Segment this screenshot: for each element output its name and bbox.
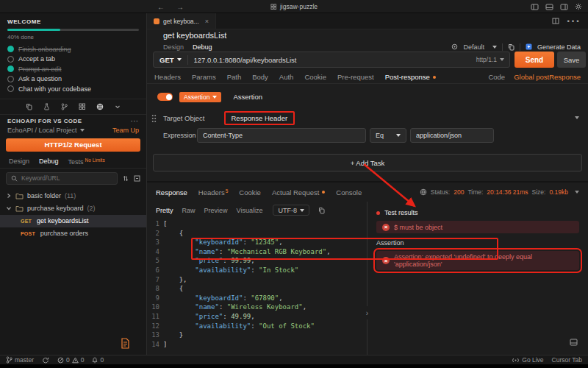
json-code: [ { "keyboardId": "12345", "name": "Mech… xyxy=(163,219,331,355)
view-tab-visualize[interactable]: Visualize xyxy=(237,207,263,214)
target-object-value[interactable]: Response Header xyxy=(224,111,295,125)
view-tab-raw[interactable]: Raw xyxy=(182,207,196,214)
copy-response-icon[interactable] xyxy=(318,207,325,214)
project-breadcrumb[interactable]: EchoAPI / Local Project xyxy=(7,127,77,134)
sidebar-tab-debug[interactable]: Debug xyxy=(39,158,59,165)
response-tab-cookie[interactable]: Cookie xyxy=(239,188,261,197)
send-button[interactable]: Send xyxy=(514,52,554,68)
gear-icon[interactable] xyxy=(575,3,582,10)
forward-arrow-icon[interactable]: → xyxy=(176,3,184,11)
back-arrow-icon[interactable]: ← xyxy=(157,3,165,11)
chevron-down-icon[interactable] xyxy=(115,104,121,110)
tree-folder[interactable]: purchase keyboard(2) xyxy=(0,202,146,215)
notifications-indicator[interactable]: 0 xyxy=(92,356,104,364)
code-link[interactable]: Code xyxy=(488,73,505,81)
response-tab-headers[interactable]: Headers5 xyxy=(198,188,229,197)
save-button[interactable]: Save xyxy=(557,52,586,68)
tree-request[interactable]: POSTpurchase orders xyxy=(0,227,146,240)
toggle-secondary-sidebar-icon[interactable] xyxy=(560,4,568,10)
chevron-down-icon[interactable] xyxy=(575,191,579,194)
line-number: 10 xyxy=(147,302,159,312)
toggle-sidebar-icon[interactable] xyxy=(531,4,539,10)
tree-request[interactable]: GETget keyboardsList xyxy=(0,215,146,227)
response-body-json[interactable]: 1234567891011121314 [ { "keyboardId": "1… xyxy=(147,219,367,355)
more-actions-icon[interactable] xyxy=(131,118,139,124)
copy-icon[interactable] xyxy=(508,43,514,51)
beaker-icon[interactable] xyxy=(43,103,50,110)
cursor-tab-indicator[interactable]: Cursor Tab xyxy=(552,356,582,364)
request-tab-params[interactable]: Params xyxy=(192,73,216,81)
active-dot xyxy=(433,76,436,79)
welcome-task[interactable]: Chat with your codebase xyxy=(7,84,139,94)
sort-icon[interactable] xyxy=(123,175,129,182)
drag-handle-icon[interactable] xyxy=(151,114,157,122)
response-tab-label: Console xyxy=(336,188,362,197)
more-actions-icon[interactable] xyxy=(567,15,581,28)
team-up-link[interactable]: Team Up xyxy=(112,127,139,134)
request-tab-post-response[interactable]: Post-response xyxy=(385,73,436,81)
copy-pages-icon[interactable] xyxy=(26,103,32,110)
tabbar-actions xyxy=(552,13,588,29)
generate-data-button[interactable]: Generate Data xyxy=(537,43,581,51)
task-type-button[interactable]: Assertion xyxy=(179,92,221,102)
response-tab-response[interactable]: Response xyxy=(156,188,187,197)
request-tab-body[interactable]: Body xyxy=(252,73,268,81)
method-selector[interactable]: GET xyxy=(154,56,187,64)
target-object-row[interactable]: Target Object Response Header xyxy=(151,110,579,126)
mode-tab-design[interactable]: Design xyxy=(163,43,184,51)
welcome-task[interactable]: Ask a question xyxy=(7,74,139,85)
toggle-panel-icon[interactable] xyxy=(545,4,553,10)
response-tab-actual-request[interactable]: Actual Request xyxy=(272,188,325,197)
mode-tab-debug[interactable]: Debug xyxy=(193,43,212,51)
operator-selector[interactable]: Eq xyxy=(370,128,406,143)
sync-button[interactable] xyxy=(42,357,49,364)
view-tab-preview[interactable]: Preview xyxy=(204,207,228,214)
panel-collapse-handle[interactable]: › xyxy=(364,306,370,319)
request-tab-auth[interactable]: Auth xyxy=(279,73,294,81)
error-cross-icon xyxy=(382,257,390,264)
divider xyxy=(520,43,520,51)
request-tab-pre-request[interactable]: Pre-request xyxy=(337,73,374,81)
request-tab-path[interactable]: Path xyxy=(227,73,242,81)
no-limits-badge: No Limits xyxy=(85,158,105,163)
http-version-selector[interactable]: http/1.1 xyxy=(476,56,509,63)
collapse-all-icon[interactable] xyxy=(134,175,140,182)
global-postresponse-link[interactable]: Global postResponse xyxy=(514,73,581,81)
search-box[interactable] xyxy=(6,172,118,185)
echoapi-globe-icon[interactable] xyxy=(96,103,104,110)
sidebar-tab-tests[interactable]: TestsNo Limits xyxy=(68,158,105,166)
problems-indicator[interactable]: 0 0 xyxy=(57,356,84,364)
close-icon[interactable] xyxy=(205,18,209,25)
editor-tab[interactable]: get keyboa... xyxy=(147,13,216,29)
encoding-selector[interactable]: UTF-8 xyxy=(273,205,309,216)
errors-count: 0 xyxy=(66,356,70,364)
split-editor-icon[interactable] xyxy=(552,18,559,24)
welcome-task[interactable]: Finish onboarding xyxy=(7,44,139,54)
expression-input[interactable] xyxy=(197,128,366,143)
response-tab-console[interactable]: Console xyxy=(336,188,362,197)
git-branch-icon[interactable] xyxy=(61,103,68,110)
orange-document-icon[interactable] xyxy=(121,338,130,349)
go-live-button[interactable]: Go Live xyxy=(512,356,543,364)
tree-folder[interactable]: basic folder(11) xyxy=(0,190,146,202)
search-icon xyxy=(11,175,18,182)
search-input[interactable] xyxy=(21,174,112,182)
assertion-enabled-toggle[interactable] xyxy=(157,93,173,101)
panel-layout-icon[interactable] xyxy=(570,339,578,346)
request-tab-headers[interactable]: Headers xyxy=(154,73,181,81)
url-input[interactable] xyxy=(188,56,476,64)
sidebar-tab-design[interactable]: Design xyxy=(9,158,29,165)
error-cross-icon xyxy=(382,224,390,231)
new-http-request-button[interactable]: HTTP1/2 Request xyxy=(6,138,140,152)
welcome-task[interactable]: Prompt an edit xyxy=(7,64,139,74)
grid-extensions-icon[interactable] xyxy=(79,103,85,110)
count-badge: 5 xyxy=(226,188,229,194)
git-branch-status[interactable]: master xyxy=(6,356,34,364)
view-tab-pretty[interactable]: Pretty xyxy=(156,207,173,214)
request-tab-cookie[interactable]: Cookie xyxy=(304,73,326,81)
add-task-button[interactable]: + Add Task xyxy=(153,154,582,171)
sidebar: WELCOME 40% done Finish onboardingAccept… xyxy=(0,13,147,355)
welcome-task[interactable]: Accept a tab xyxy=(7,54,139,65)
environment-selector[interactable]: Default xyxy=(463,43,484,51)
expected-value-input[interactable] xyxy=(410,128,494,143)
